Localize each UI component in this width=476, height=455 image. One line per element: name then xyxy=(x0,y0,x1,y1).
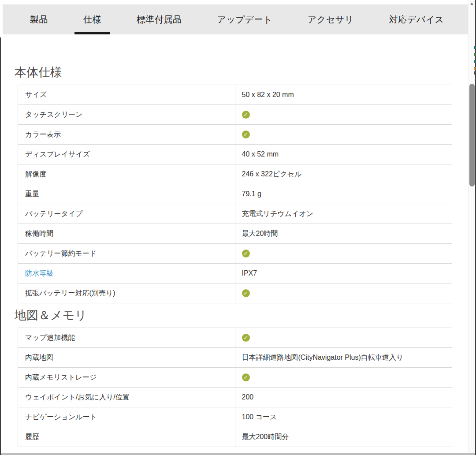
spec-value: 79.1 g xyxy=(242,190,261,198)
spec-label-cell: サイズ xyxy=(18,85,235,105)
section-title: 地図＆メモリ xyxy=(15,309,452,322)
section-device-specs: 本体仕様サイズ50 x 82 x 20 mmタッチスクリーン✓カラー表示✓ディス… xyxy=(15,66,452,303)
spec-value: 最大20時間 xyxy=(242,230,278,237)
spec-label-link[interactable]: 防水等級 xyxy=(25,269,53,277)
spec-label-cell: 内蔵地図 xyxy=(18,348,235,368)
table-row: 内蔵メモリストレージ✓ xyxy=(18,368,452,388)
spec-label: 履歴 xyxy=(25,433,39,440)
check-icon: ✓ xyxy=(242,131,250,138)
spec-label: バッテリータイプ xyxy=(25,210,83,217)
spec-value-cell: IPX7 xyxy=(235,264,452,283)
spec-label: 重量 xyxy=(25,190,39,198)
spec-value-cell: ✓ xyxy=(235,328,452,348)
check-icon: ✓ xyxy=(242,111,250,119)
clipped-edge-content xyxy=(474,60,476,63)
spec-value-cell: 最大20時間 xyxy=(235,224,452,244)
spec-value-cell: ✓ xyxy=(235,368,452,388)
spec-value-cell: 日本詳細道路地図(CityNavigator Plus)自転車道入り xyxy=(235,348,452,368)
product-spec-page: 製品仕様標準付属品アップデートアクセサリ対応デバイス 本体仕様サイズ50 x 8… xyxy=(0,0,476,455)
spec-value-cell: 最大200時間分 xyxy=(235,427,452,447)
spec-label: 内蔵メモリストレージ xyxy=(25,373,97,381)
spec-label: タッチスクリーン xyxy=(25,111,83,118)
table-row: タッチスクリーン✓ xyxy=(18,105,452,125)
spec-label: バッテリー節約モード xyxy=(25,250,97,257)
tab-included-accessories[interactable]: 標準付属品 xyxy=(128,4,191,34)
spec-value-cell: ✓ xyxy=(235,125,452,145)
spec-value: 充電式リチウムイオン xyxy=(242,210,314,217)
tab-accessories[interactable]: アクセサリ xyxy=(299,4,363,34)
spec-label-cell: 稼働時間 xyxy=(18,224,235,244)
spec-value: 200 xyxy=(242,393,254,401)
table-row: カラー表示✓ xyxy=(18,125,452,145)
clipped-edge-content xyxy=(474,53,476,56)
table-row: バッテリー節約モード✓ xyxy=(18,244,452,264)
spec-label-cell: ウェイポイント/お気に入り/位置 xyxy=(18,388,235,407)
check-icon: ✓ xyxy=(242,250,250,257)
spec-value-cell: 200 xyxy=(235,388,452,407)
tab-products[interactable]: 製品 xyxy=(21,4,57,34)
spec-value: 50 x 82 x 20 mm xyxy=(242,91,294,98)
spec-label: 稼働時間 xyxy=(25,230,53,237)
table-row: 重量79.1 g xyxy=(18,184,452,204)
table-row: ディスプレイサイズ40 x 52 mm xyxy=(18,145,452,164)
scrollbar-thumb[interactable] xyxy=(469,84,475,186)
spec-label-cell: カラー表示 xyxy=(18,125,235,145)
table-row: 解像度246 x 322ピクセル xyxy=(18,164,452,184)
spec-label-cell: タッチスクリーン xyxy=(18,105,235,125)
table-row: サイズ50 x 82 x 20 mm xyxy=(18,85,452,105)
spec-value: 100 コース xyxy=(242,413,277,421)
section-maps-memory: 地図＆メモリマップ追加機能✓内蔵地図日本詳細道路地図(CityNavigator… xyxy=(15,309,452,447)
clipped-edge-content xyxy=(474,67,476,70)
spec-label-cell: ナビゲーションルート xyxy=(18,407,235,427)
spec-value-cell: 79.1 g xyxy=(235,184,452,204)
spec-label: 解像度 xyxy=(25,170,46,178)
spec-value-cell: 充電式リチウムイオン xyxy=(235,204,452,224)
spec-label-cell: 拡張バッテリー対応(別売り) xyxy=(18,283,235,303)
table-row: 稼働時間最大20時間 xyxy=(18,224,452,244)
spec-value-cell: 246 x 322ピクセル xyxy=(235,164,452,184)
section-title: 本体仕様 xyxy=(15,66,452,79)
table-row: 防水等級IPX7 xyxy=(18,264,452,283)
spec-value: 246 x 322ピクセル xyxy=(242,170,302,178)
spec-value: 40 x 52 mm xyxy=(242,150,279,158)
spec-label-cell: 履歴 xyxy=(18,427,235,447)
table-row: バッテリータイプ充電式リチウムイオン xyxy=(18,204,452,224)
spec-value-cell: 100 コース xyxy=(235,407,452,427)
table-row: 内蔵地図日本詳細道路地図(CityNavigator Plus)自転車道入り xyxy=(18,348,452,368)
window-bottom-edge xyxy=(0,453,475,455)
spec-content: 本体仕様サイズ50 x 82 x 20 mmタッチスクリーン✓カラー表示✓ディス… xyxy=(15,34,452,447)
spec-value: IPX7 xyxy=(242,269,257,277)
check-icon: ✓ xyxy=(242,289,250,297)
table-row: マップ追加機能✓ xyxy=(18,328,452,348)
spec-value: 最大200時間分 xyxy=(242,433,289,440)
spec-label-cell: マップ追加機能 xyxy=(18,328,235,348)
spec-label-cell: 内蔵メモリストレージ xyxy=(18,368,235,388)
spec-value-cell: 40 x 52 mm xyxy=(235,145,452,164)
check-icon: ✓ xyxy=(242,334,250,342)
spec-label: サイズ xyxy=(25,91,47,98)
spec-label: ディスプレイサイズ xyxy=(25,150,90,158)
spec-label-cell: ディスプレイサイズ xyxy=(18,145,235,164)
spec-value-cell: ✓ xyxy=(235,283,452,303)
spec-label: 拡張バッテリー対応(別売り) xyxy=(25,289,115,297)
table-row: 拡張バッテリー対応(別売り)✓ xyxy=(18,283,452,303)
tab-specs[interactable]: 仕様 xyxy=(74,4,110,34)
tab-compatible-devices[interactable]: 対応デバイス xyxy=(380,4,453,34)
spec-value-cell: ✓ xyxy=(235,244,452,264)
clipped-edge-content xyxy=(474,71,476,75)
clipped-edge-content xyxy=(474,46,476,49)
table-row: 履歴最大200時間分 xyxy=(18,427,452,447)
spec-value-cell: 50 x 82 x 20 mm xyxy=(235,85,452,105)
table-row: ウェイポイント/お気に入り/位置200 xyxy=(18,388,452,407)
check-icon: ✓ xyxy=(242,373,250,381)
spec-label-cell: 防水等級 xyxy=(18,264,235,283)
spec-label-cell: バッテリー節約モード xyxy=(18,244,235,264)
tab-bar: 製品仕様標準付属品アップデートアクセサリ対応デバイス xyxy=(3,4,468,34)
spec-label-cell: 重量 xyxy=(18,184,235,204)
spec-value: 日本詳細道路地図(CityNavigator Plus)自転車道入り xyxy=(242,354,404,361)
scrollbar-up-arrow-icon[interactable]: ▲ xyxy=(469,1,475,6)
spec-label: カラー表示 xyxy=(25,131,61,138)
table-row: ナビゲーションルート100 コース xyxy=(18,407,452,427)
tab-updates[interactable]: アップデート xyxy=(208,4,281,34)
spec-value-cell: ✓ xyxy=(235,105,452,125)
